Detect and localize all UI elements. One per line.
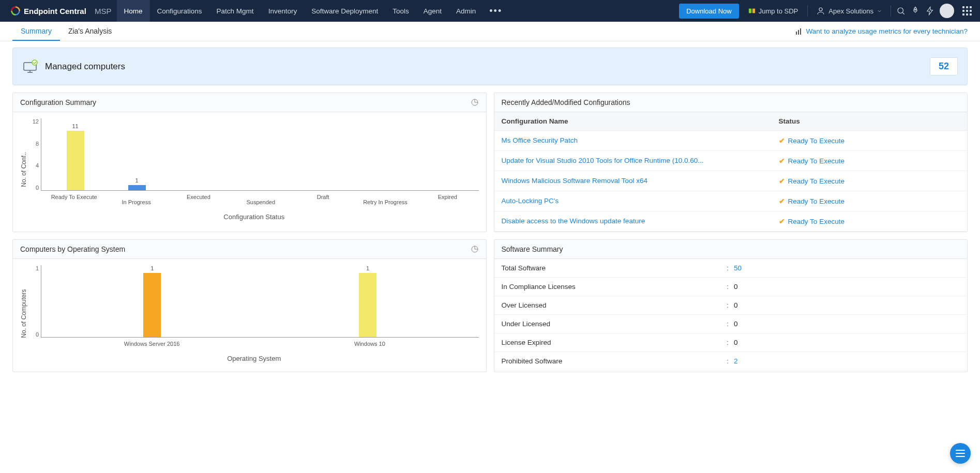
svg-rect-10 xyxy=(800,28,801,35)
sub-tabs: SummaryZia's Analysis Want to analyze us… xyxy=(0,22,980,41)
org-selector[interactable]: Apex Solutions xyxy=(813,6,885,16)
os-panel: Computers by Operating System No. of Com… xyxy=(12,239,487,372)
bar-ready-to-execute[interactable]: 11 xyxy=(44,118,106,190)
svg-rect-8 xyxy=(796,32,797,35)
user-icon xyxy=(816,6,825,16)
check-icon: ✔ xyxy=(779,217,785,225)
brand-suffix: MSP xyxy=(95,7,112,16)
svg-marker-7 xyxy=(927,7,933,15)
managed-computers-hero: Managed computers 52 xyxy=(12,48,968,85)
software-summary-panel: Software Summary Total Software:50In Com… xyxy=(494,239,968,372)
summary-row: Under Licensed:0 xyxy=(494,315,968,333)
nav-agent[interactable]: Agent xyxy=(416,0,449,22)
brand-logo[interactable]: Endpoint Central MSP xyxy=(5,6,117,16)
table-row: Ms Office Security Patch✔Ready To Execut… xyxy=(494,131,968,151)
summary-row: License Expired:0 xyxy=(494,333,968,352)
analyze-hint[interactable]: Want to analyze usage metrics for every … xyxy=(795,27,968,36)
brand-icon xyxy=(10,6,21,16)
panel-title: Configuration Summary xyxy=(20,98,96,106)
svg-rect-1 xyxy=(749,9,751,13)
bar-in-progress[interactable]: 1 xyxy=(106,118,168,190)
nav-more[interactable]: ••• xyxy=(483,6,508,17)
summary-value: 0 xyxy=(734,283,960,291)
table-row: Disable access to the Windows update fea… xyxy=(494,211,968,232)
svg-point-6 xyxy=(915,9,916,10)
svg-rect-2 xyxy=(752,9,755,13)
bolt-icon[interactable] xyxy=(925,6,934,16)
summary-value: 0 xyxy=(734,339,960,346)
status-cell: ✔Ready To Execute xyxy=(772,171,967,191)
nav-tools[interactable]: Tools xyxy=(385,0,416,22)
pie-icon[interactable] xyxy=(471,245,479,253)
status-cell: ✔Ready To Execute xyxy=(772,191,967,211)
status-cell: ✔Ready To Execute xyxy=(772,211,967,231)
chart-icon xyxy=(795,27,803,36)
sdp-icon xyxy=(748,7,756,14)
bar-suspended[interactable] xyxy=(229,118,291,190)
summary-value[interactable]: 50 xyxy=(734,264,960,272)
panel-title: Software Summary xyxy=(502,245,563,253)
panel-title: Recently Added/Modified Configurations xyxy=(502,98,630,106)
summary-value[interactable]: 2 xyxy=(734,357,960,365)
brand-name: Endpoint Central xyxy=(24,7,86,16)
summary-value: 0 xyxy=(734,320,960,328)
tab-summary[interactable]: Summary xyxy=(12,22,60,41)
nav-home[interactable]: Home xyxy=(117,0,150,22)
summary-value: 0 xyxy=(734,301,960,309)
check-icon: ✔ xyxy=(779,197,785,205)
rocket-icon[interactable] xyxy=(911,6,920,16)
nav-configurations[interactable]: Configurations xyxy=(150,0,209,22)
status-cell: ✔Ready To Execute xyxy=(772,151,967,171)
divider xyxy=(807,5,808,17)
panel-title: Computers by Operating System xyxy=(20,245,125,253)
config-link[interactable]: Disable access to the Windows update fea… xyxy=(502,217,645,225)
svg-point-3 xyxy=(819,8,822,11)
bar-expired[interactable] xyxy=(414,118,475,190)
col-header-status: Status xyxy=(772,112,967,130)
col-header-name: Configuration Name xyxy=(494,112,772,130)
check-icon: ✔ xyxy=(779,157,785,165)
check-icon: ✔ xyxy=(779,136,785,145)
bar-executed[interactable] xyxy=(168,118,229,190)
hero-title: Managed computers xyxy=(45,62,125,72)
table-row: Windows Malicious Software Removal Tool … xyxy=(494,171,968,191)
summary-row: Over Licensed:0 xyxy=(494,296,968,315)
hero-count[interactable]: 52 xyxy=(930,57,958,75)
bar-windows-10[interactable]: 1 xyxy=(260,265,476,337)
config-link[interactable]: Auto-Locking PC's xyxy=(502,197,559,205)
svg-rect-9 xyxy=(798,30,799,35)
monitor-icon xyxy=(22,59,39,74)
nav-software-deployment[interactable]: Software Deployment xyxy=(304,0,385,22)
apps-icon[interactable] xyxy=(959,6,975,16)
summary-row: Total Software:50 xyxy=(494,259,968,278)
download-button[interactable]: Download Now xyxy=(679,4,738,19)
nav-inventory[interactable]: Inventory xyxy=(261,0,305,22)
svg-point-4 xyxy=(898,8,903,13)
search-icon[interactable] xyxy=(896,6,906,16)
config-summary-panel: Configuration Summary No. of Conf.. 1284… xyxy=(12,93,487,232)
jump-to-sdp[interactable]: Jump to SDP xyxy=(744,7,803,15)
bar-retry-in-progress[interactable] xyxy=(352,118,414,190)
config-link[interactable]: Update for Visual Studio 2010 Tools for … xyxy=(502,157,704,164)
avatar[interactable] xyxy=(940,4,954,18)
config-chart: No. of Conf.. 12840 111 Ready To Execute… xyxy=(20,118,479,221)
table-row: Auto-Locking PC's✔Ready To Execute xyxy=(494,191,968,211)
chevron-down-icon xyxy=(877,8,882,14)
config-link[interactable]: Windows Malicious Software Removal Tool … xyxy=(502,177,648,185)
nav-admin[interactable]: Admin xyxy=(449,0,483,22)
recent-configs-panel: Recently Added/Modified Configurations C… xyxy=(494,93,968,232)
check-icon: ✔ xyxy=(779,177,785,185)
top-nav: Endpoint Central MSP HomeConfigurationsP… xyxy=(0,0,980,22)
tab-zia-s-analysis[interactable]: Zia's Analysis xyxy=(60,22,120,41)
bar-draft[interactable] xyxy=(291,118,352,190)
nav-links: HomeConfigurationsPatch MgmtInventorySof… xyxy=(117,0,509,22)
pie-icon[interactable] xyxy=(471,98,479,106)
svg-line-5 xyxy=(902,12,904,14)
bar-windows-server-2016[interactable]: 1 xyxy=(44,265,260,337)
config-link[interactable]: Ms Office Security Patch xyxy=(502,136,578,144)
summary-row: Prohibited Software:2 xyxy=(494,352,968,371)
svg-point-14 xyxy=(32,60,37,65)
summary-row: In Compliance Licenses:0 xyxy=(494,278,968,296)
nav-patch-mgmt[interactable]: Patch Mgmt xyxy=(209,0,261,22)
os-chart: No. of Computers 10 11 Windows Server 20… xyxy=(20,265,479,362)
